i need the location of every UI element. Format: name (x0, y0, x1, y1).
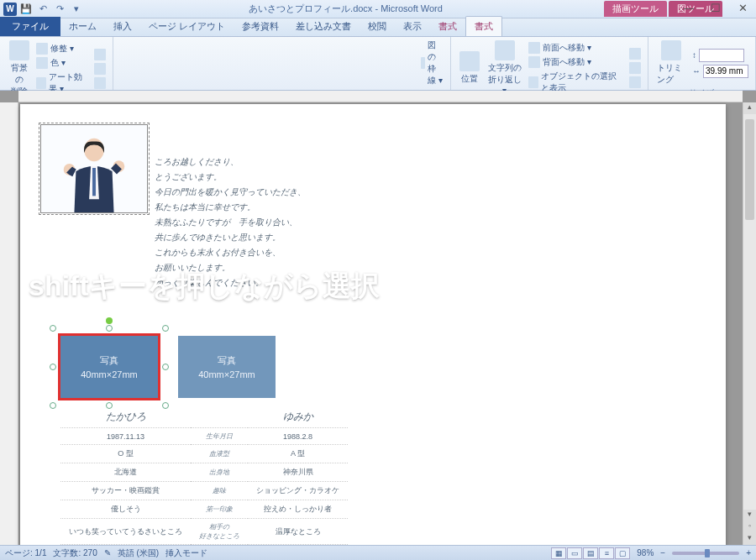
print-layout-view[interactable]: ▦ (551, 547, 566, 559)
width-input[interactable] (703, 65, 748, 78)
greet-line: これからも末永くお付き合いを、 (155, 245, 306, 260)
zoom-slider[interactable] (672, 552, 739, 555)
tab-home[interactable]: ホーム (60, 17, 105, 36)
tab-mailings[interactable]: 差し込み文書 (287, 17, 360, 36)
change-picture-button[interactable] (92, 62, 108, 76)
zoom-percent[interactable]: 98% (637, 548, 654, 557)
tab-file[interactable]: ファイル (0, 17, 60, 36)
group-icon (629, 62, 641, 74)
insert-mode-status[interactable]: 挿入モード (165, 547, 207, 559)
height-icon: ↕ (692, 50, 696, 60)
group-button[interactable] (627, 61, 643, 75)
scroll-up-arrow[interactable]: ▴ (743, 102, 756, 114)
tab-format-drawing[interactable]: 書式 (430, 17, 465, 36)
picture-border-button[interactable]: 図の枠線 ▾ (419, 39, 445, 87)
tab-page-layout[interactable]: ページ レイアウト (140, 17, 234, 36)
web-layout-view[interactable]: ▤ (583, 547, 598, 559)
change-pic-icon (94, 63, 106, 75)
group-size: トリミング ↕ ↔ サイズ (648, 37, 756, 90)
document-area: ▴ ▾ ◦ ▾ ころお越しくださり、とうございます。今日の門出を暖かく見守ってい… (0, 91, 756, 545)
width-field[interactable]: ↔ (690, 64, 750, 79)
tab-review[interactable]: 校閲 (360, 17, 395, 36)
height-input[interactable] (699, 49, 744, 62)
reset-icon (94, 77, 106, 89)
undo-icon[interactable]: ↶ (35, 3, 50, 16)
row-header: 趣味 (191, 482, 248, 500)
outline-view[interactable]: ≡ (599, 547, 614, 559)
table-row: 優しそう第一印象控えめ・しっかり者 (60, 500, 348, 519)
height-field[interactable]: ↕ (690, 48, 750, 63)
selected-picture[interactable] (40, 124, 148, 213)
bring-forward-button[interactable]: 前面へ移動 ▾ (527, 41, 626, 55)
shape-title: 写真 (218, 354, 236, 367)
redo-icon[interactable]: ↷ (52, 3, 67, 16)
tab-references[interactable]: 参考資料 (234, 17, 287, 36)
greet-line: 今日の門出を暖かく見守っていただき、 (155, 185, 306, 200)
word-icon: W (3, 3, 17, 16)
table-row: O 型血液型A 型 (60, 445, 348, 463)
language-status[interactable]: 英語 (米国) (118, 547, 159, 559)
group-adjust: 背景の 削除 修整 ▾ 色 ▾ アート効果 ▾ 調整 (0, 37, 113, 90)
color-button[interactable]: 色 ▾ (34, 56, 91, 70)
window-controls: — ☐ ✕ (679, 2, 753, 14)
table-row: 北海道出身地神奈川県 (60, 463, 348, 482)
groom-cell: O 型 (60, 445, 191, 463)
title-bar: W 💾 ↶ ↷ ▾ あいさつとプロフィール.docx - Microsoft W… (0, 0, 756, 18)
photo-placeholder-2[interactable]: 写真 40mm×27mm (178, 336, 276, 398)
svg-point-1 (84, 139, 104, 161)
draft-view[interactable]: ▢ (615, 547, 630, 559)
maximize-button[interactable]: ☐ (706, 2, 726, 14)
zoom-in-button[interactable]: + (746, 548, 751, 557)
align-button[interactable] (627, 47, 643, 60)
horizontal-ruler[interactable] (18, 91, 743, 102)
proofing-icon[interactable]: ✎ (104, 548, 111, 557)
align-icon (629, 48, 641, 60)
greet-line: 共に歩んでゆきたいと思います。 (155, 230, 306, 245)
greet-line: ころお越しくださり、 (155, 154, 306, 170)
compress-pictures-button[interactable] (92, 48, 108, 61)
bride-cell: 神奈川県 (248, 463, 348, 482)
word-count-status[interactable]: 文字数: 270 (53, 547, 97, 559)
minimize-button[interactable]: — (679, 2, 699, 14)
photo-placeholder-1[interactable]: 写真 40mm×27mm (60, 336, 158, 398)
groom-cell: いつも笑っていてうるさいところ (60, 519, 191, 545)
table-row: いつも笑っていてうるさいところ相手の 好きなところ温厚なところ (60, 519, 348, 545)
bride-cell: 控えめ・しっかり者 (248, 500, 348, 519)
shape-dims: 40mm×27mm (198, 369, 255, 379)
scroll-down-arrow[interactable]: ▾ (743, 510, 756, 521)
qat-more-icon[interactable]: ▾ (69, 3, 84, 16)
table-row: 1987.11.13生年月日1988.2.8 (60, 428, 348, 445)
row-header: 生年月日 (191, 428, 248, 445)
tab-view[interactable]: 表示 (395, 17, 430, 36)
corrections-button[interactable]: 修整 ▾ (34, 42, 91, 55)
rotate-button[interactable] (627, 76, 643, 89)
vertical-ruler[interactable] (0, 102, 18, 545)
profile-table[interactable]: たかひろゆみか 1987.11.13生年月日1988.2.8O 型血液型A 型北… (60, 406, 348, 545)
tab-format-picture[interactable]: 書式 (465, 16, 502, 36)
scroll-thumb[interactable] (745, 119, 754, 220)
next-page-button[interactable]: ▾ (743, 533, 756, 545)
groom-cell: サッカー・映画鑑賞 (60, 482, 191, 500)
vertical-scrollbar[interactable]: ▴ ▾ ◦ ▾ (743, 102, 756, 545)
zoom-out-button[interactable]: − (660, 548, 665, 557)
text-wrap-button[interactable]: 文字列の 折り返し ▾ (485, 39, 525, 97)
prev-page-button[interactable]: ◦ (743, 521, 756, 533)
rotate-handle-icon[interactable] (106, 317, 113, 324)
crop-button[interactable]: トリミング (654, 39, 689, 87)
page-status[interactable]: ページ: 1/1 (5, 547, 46, 559)
wrap-icon (495, 40, 515, 60)
row-header: 相手の 好きなところ (191, 519, 248, 545)
fullscreen-reading-view[interactable]: ▭ (567, 547, 582, 559)
save-icon[interactable]: 💾 (18, 3, 34, 16)
svg-point-3 (113, 160, 125, 172)
document-page[interactable]: ころお越しくださり、とうございます。今日の門出を暖かく見守っていただき、私たちは… (20, 104, 726, 545)
reset-picture-button[interactable] (92, 76, 108, 90)
drawing-tools-label: 描画ツール (604, 1, 667, 17)
bride-cell: 1988.2.8 (248, 428, 348, 445)
crop-icon (661, 40, 681, 60)
send-backward-button[interactable]: 背面へ移動 ▾ (527, 55, 626, 69)
position-button[interactable]: 位置 (456, 50, 483, 86)
close-button[interactable]: ✕ (732, 2, 753, 14)
zoom-handle[interactable] (705, 549, 710, 557)
tab-insert[interactable]: 挿入 (105, 17, 140, 36)
